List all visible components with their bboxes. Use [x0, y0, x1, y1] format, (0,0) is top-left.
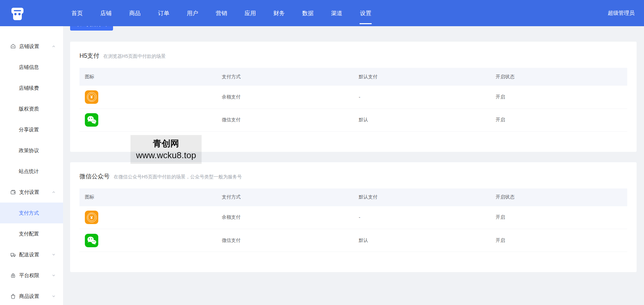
sidebar-section-label: 支付设置 — [19, 189, 39, 195]
card-subtitle: 在微信公众号H5页面中付款的场景，公众号类型一般为服务号 — [114, 174, 242, 180]
col-default: 默认支付 — [354, 68, 490, 86]
sidebar-section-payment-settings[interactable]: 支付设置 — [0, 182, 63, 203]
nav-item-marketing[interactable]: 营销 — [216, 0, 227, 26]
sidebar-item-shop-info[interactable]: 店铺信息 — [0, 57, 63, 78]
balance-icon: ¥ — [85, 211, 98, 224]
payment-method-cell: 微信支付 — [216, 229, 353, 252]
col-icon: 图标 — [79, 68, 216, 86]
payment-method-cell: 余额支付 — [216, 206, 353, 229]
table-row: ¥ 余额支付 - 开启 — [79, 86, 627, 108]
table-row: 微信支付 默认 开启 — [79, 229, 627, 252]
sidebar-item-payment-config[interactable]: 支付配置 — [0, 223, 63, 244]
main-content: 设置支付方式 H5支付 在浏览器H5页面中付款的场景 图标 支付方式 默认支付 … — [63, 0, 644, 272]
h5-payment-card: H5支付 在浏览器H5页面中付款的场景 图标 支付方式 默认支付 开启状态 ¥ — [70, 42, 637, 152]
sidebar-section-label: 配送设置 — [19, 252, 39, 258]
nav-item-goods[interactable]: 商品 — [129, 0, 141, 26]
truck-icon — [10, 252, 16, 258]
sidebar-section-label: 店铺设置 — [19, 43, 39, 50]
table-row: 微信支付 默认 开启 — [79, 108, 627, 131]
table-row: ¥ 余额支付 - 开启 — [79, 206, 627, 229]
nav-item-data[interactable]: 数据 — [302, 0, 314, 26]
card-subtitle: 在浏览器H5页面中付款的场景 — [103, 53, 166, 59]
top-nav-bar: 首页 店铺 商品 订单 用户 营销 应用 财务 数据 渠道 设置 超级管理员 — [0, 0, 644, 26]
nav-item-finance[interactable]: 财务 — [273, 0, 285, 26]
col-status: 开启状态 — [490, 188, 627, 206]
sidebar-item-copyright[interactable]: 版权资质 — [0, 98, 63, 119]
app-logo-icon[interactable] — [11, 5, 24, 21]
table-header-row: 图标 支付方式 默认支付 开启状态 — [79, 68, 627, 86]
main-nav: 首页 店铺 商品 订单 用户 营销 应用 财务 数据 渠道 设置 — [71, 0, 371, 26]
default-pay-cell: 默认 — [354, 229, 490, 252]
nav-item-shop[interactable]: 店铺 — [100, 0, 112, 26]
nav-item-users[interactable]: 用户 — [187, 0, 198, 26]
status-cell: 开启 — [490, 229, 627, 252]
default-pay-cell: - — [354, 86, 490, 108]
col-icon: 图标 — [79, 188, 216, 206]
col-method: 支付方式 — [216, 188, 353, 206]
nav-item-orders[interactable]: 订单 — [158, 0, 169, 26]
nav-item-home[interactable]: 首页 — [71, 0, 83, 26]
chevron-down-icon — [52, 253, 56, 257]
col-method: 支付方式 — [216, 68, 353, 86]
sidebar-section-platform-permissions[interactable]: 平台权限 — [0, 265, 63, 286]
default-pay-cell: - — [354, 206, 490, 229]
wechat-icon — [85, 234, 98, 247]
chevron-down-icon — [52, 273, 56, 277]
chevron-down-icon — [52, 294, 56, 298]
sidebar: 店铺设置 店铺信息 店铺续费 版权资质 分享设置 政策协议 站点统计 支付设置 … — [0, 26, 63, 305]
sidebar-item-site-stats[interactable]: 站点统计 — [0, 161, 63, 182]
table-header-row: 图标 支付方式 默认支付 开启状态 — [79, 188, 627, 206]
payment-icon — [10, 189, 16, 195]
wechat-official-card: 微信公众号 在微信公众号H5页面中付款的场景，公众号类型一般为服务号 图标 支付… — [70, 162, 637, 272]
sidebar-section-delivery-settings[interactable]: 配送设置 — [0, 244, 63, 265]
h5-payment-table: 图标 支付方式 默认支付 开启状态 ¥ 余额支付 - 开启 — [79, 68, 627, 132]
status-cell: 开启 — [490, 86, 627, 108]
card-title: H5支付 — [79, 52, 99, 60]
chevron-up-icon — [52, 44, 56, 48]
sidebar-item-share-settings[interactable]: 分享设置 — [0, 119, 63, 140]
col-default: 默认支付 — [354, 188, 490, 206]
payment-method-cell: 余额支付 — [216, 86, 353, 108]
wechat-payment-table: 图标 支付方式 默认支付 开启状态 ¥ 余额支付 - 开启 — [79, 188, 627, 252]
bag-icon — [10, 293, 16, 299]
current-user-label[interactable]: 超级管理员 — [608, 10, 635, 17]
shop-icon — [10, 43, 16, 49]
default-pay-cell: 默认 — [354, 108, 490, 131]
status-cell: 开启 — [490, 108, 627, 131]
sidebar-section-label: 平台权限 — [19, 272, 39, 279]
nav-item-apps[interactable]: 应用 — [245, 0, 256, 26]
balance-icon: ¥ — [85, 90, 98, 104]
wechat-icon — [85, 113, 98, 127]
nav-item-channels[interactable]: 渠道 — [331, 0, 342, 26]
nav-item-settings[interactable]: 设置 — [360, 0, 371, 26]
payment-method-cell: 微信支付 — [216, 108, 353, 131]
sidebar-section-shop-settings[interactable]: 店铺设置 — [0, 36, 63, 57]
sidebar-item-payment-methods[interactable]: 支付方式 — [0, 203, 63, 223]
sidebar-section-goods-settings[interactable]: 商品设置 — [0, 286, 63, 305]
sidebar-item-shop-renewal[interactable]: 店铺续费 — [0, 78, 63, 98]
sidebar-item-policy[interactable]: 政策协议 — [0, 140, 63, 161]
status-cell: 开启 — [490, 206, 627, 229]
chevron-up-icon — [52, 190, 56, 194]
sidebar-section-label: 商品设置 — [19, 293, 39, 300]
lock-icon — [10, 272, 16, 278]
card-title: 微信公众号 — [79, 172, 110, 180]
col-status: 开启状态 — [490, 68, 627, 86]
